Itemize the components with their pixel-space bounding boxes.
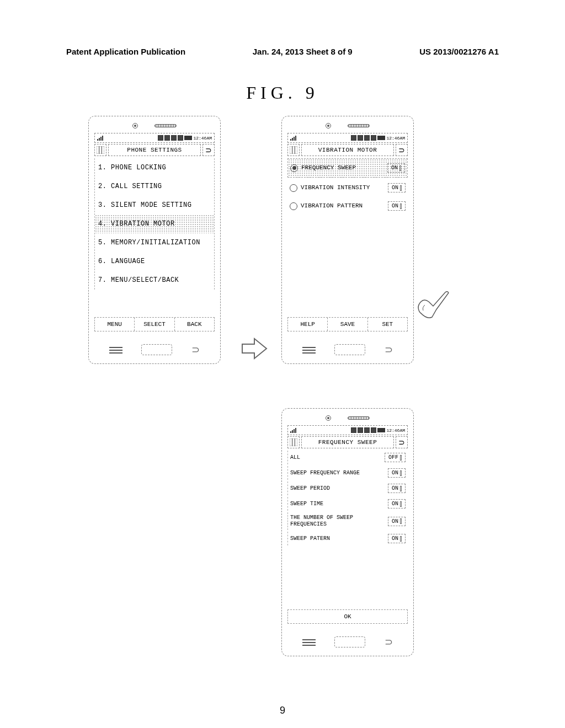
settings-item-menu-select-back[interactable]: 7. MENU/SELECT/BACK <box>95 271 214 290</box>
back-icon[interactable]: ⊃ <box>396 144 408 156</box>
camera-icon <box>326 415 331 421</box>
signal-icon <box>97 136 103 141</box>
settings-item-memory[interactable]: 5. MEMORY/INITIALIZATION <box>95 233 214 252</box>
speaker-icon <box>348 124 370 127</box>
status-bar: 12:46AM <box>287 425 408 435</box>
speaker-icon <box>348 416 370 420</box>
header-right: US 2013/0021276 A1 <box>419 47 499 56</box>
option-sweep-pattern[interactable]: SWEEP PATERN ON <box>287 532 408 545</box>
hw-home-button[interactable] <box>141 344 172 355</box>
header-left: Patent Application Publication <box>66 47 185 56</box>
option-label: VIBRATION INTENSITY <box>301 184 385 191</box>
settings-item-phone-locking[interactable]: 1. PHONE LOCKING <box>95 158 214 177</box>
settings-item-language[interactable]: 6. LANGUAGE <box>95 252 214 271</box>
option-label: SWEEP PATERN <box>290 536 330 542</box>
option-sweep-frequency-range[interactable]: SWEEP FREQUENCY RANGE ON <box>287 466 408 480</box>
option-vibration-intensity[interactable]: VIBRATION INTENSITY ON <box>287 179 408 197</box>
camera-icon <box>326 123 331 129</box>
ok-button[interactable]: OK <box>333 610 362 623</box>
menu-button[interactable]: MENU <box>95 318 135 331</box>
status-icon <box>364 427 370 433</box>
option-label: SWEEP TIME <box>290 501 323 507</box>
status-icon <box>371 427 376 433</box>
option-label: ALL <box>290 454 300 461</box>
menu-grid-icon[interactable] <box>287 436 300 448</box>
toggle-on[interactable]: ON <box>388 201 406 211</box>
toggle-on[interactable]: ON <box>388 499 406 508</box>
hw-menu-icon[interactable] <box>302 346 316 354</box>
toggle-on[interactable]: ON <box>388 183 406 192</box>
toggle-on[interactable]: ON <box>388 534 406 543</box>
screen-title: PHONE SETTINGS <box>108 144 201 156</box>
status-icon <box>171 135 177 141</box>
toggle-on[interactable]: ON <box>387 163 405 173</box>
status-icon <box>178 135 183 141</box>
hw-home-button[interactable] <box>334 636 365 647</box>
frequency-sweep-screen: 12:46AM FREQUENCY SWEEP ⊃ ALL OFF SWEEP … <box>281 408 414 656</box>
figure-label: FIG. 9 <box>246 83 319 103</box>
arrow-right-icon <box>240 336 269 366</box>
signal-icon <box>290 428 296 433</box>
option-number-sweep-frequencies[interactable]: THE NUMBER OF SWEEP FREQUENCIES ON <box>287 512 408 530</box>
phone-settings-screen: 12:46AM PHONE SETTINGS ⊃ 1. PHONE LOCKIN… <box>88 116 221 364</box>
svg-rect-0 <box>97 146 104 154</box>
settings-item-silent-mode[interactable]: 3. SILENT MODE SETTING <box>95 196 214 215</box>
settings-item-call-setting[interactable]: 2. CALL SETTING <box>95 177 214 196</box>
speaker-icon <box>154 124 177 127</box>
status-icon <box>358 427 363 433</box>
menu-grid-icon[interactable] <box>94 144 106 156</box>
battery-icon <box>377 428 385 432</box>
toggle-off[interactable]: OFF <box>385 453 406 462</box>
option-label: VIBRATION PATTERN <box>301 202 385 210</box>
option-vibration-pattern[interactable]: VIBRATION PATTERN ON <box>287 197 408 215</box>
toggle-on[interactable]: ON <box>388 517 406 526</box>
hw-home-button[interactable] <box>334 344 365 355</box>
status-icon <box>351 427 356 433</box>
svg-rect-3 <box>290 146 297 154</box>
select-button[interactable]: SELECT <box>135 318 174 331</box>
save-button[interactable]: SAVE <box>328 318 367 331</box>
screen-title: FREQUENCY SWEEP <box>301 436 394 448</box>
camera-icon <box>132 123 138 129</box>
hw-menu-icon[interactable] <box>109 346 122 354</box>
option-label: THE NUMBER OF SWEEP FREQUENCIES <box>290 515 388 528</box>
hw-back-icon[interactable]: ⊃ <box>385 344 393 356</box>
phone-top-hardware <box>89 116 220 132</box>
back-icon[interactable]: ⊃ <box>202 144 215 156</box>
svg-rect-6 <box>290 438 297 446</box>
option-sweep-time[interactable]: SWEEP TIME ON <box>287 497 408 511</box>
hw-back-icon[interactable]: ⊃ <box>385 636 393 648</box>
hw-menu-icon[interactable] <box>302 638 316 646</box>
hw-back-icon[interactable]: ⊃ <box>191 344 200 356</box>
status-time: 12:46AM <box>193 136 212 141</box>
option-frequency-sweep[interactable]: FREQUENCY SWEEP ON <box>287 158 408 178</box>
help-button[interactable]: HELP <box>288 318 328 331</box>
status-icon <box>364 135 370 141</box>
status-icon <box>351 135 356 141</box>
finger-tap-icon <box>417 290 450 323</box>
radio-checked-icon <box>290 164 298 172</box>
status-bar: 12:46AM <box>94 133 215 143</box>
status-icon <box>158 135 163 141</box>
back-button[interactable]: BACK <box>175 318 214 331</box>
battery-icon <box>377 136 385 140</box>
option-label: FREQUENCY SWEEP <box>301 164 384 172</box>
status-icon <box>371 135 376 141</box>
option-all[interactable]: ALL OFF <box>287 451 408 464</box>
battery-icon <box>184 136 192 140</box>
signal-icon <box>290 136 296 141</box>
screen-title: VIBRATION MOTOR <box>301 144 394 156</box>
option-sweep-period[interactable]: SWEEP PERIOD ON <box>287 481 408 495</box>
toggle-on[interactable]: ON <box>388 484 406 493</box>
radio-unchecked-icon <box>290 184 297 192</box>
menu-grid-icon[interactable] <box>287 144 300 156</box>
phone-top-hardware <box>282 409 413 424</box>
toggle-on[interactable]: ON <box>388 468 406 478</box>
radio-unchecked-icon <box>290 202 297 210</box>
settings-item-vibration-motor[interactable]: 4. VIBRATION MOTOR <box>95 215 214 233</box>
set-button[interactable]: SET <box>368 318 407 331</box>
back-icon[interactable]: ⊃ <box>396 436 408 448</box>
header-center: Jan. 24, 2013 Sheet 8 of 9 <box>253 47 353 56</box>
status-time: 12:46AM <box>386 136 405 141</box>
phone-top-hardware <box>282 116 413 132</box>
